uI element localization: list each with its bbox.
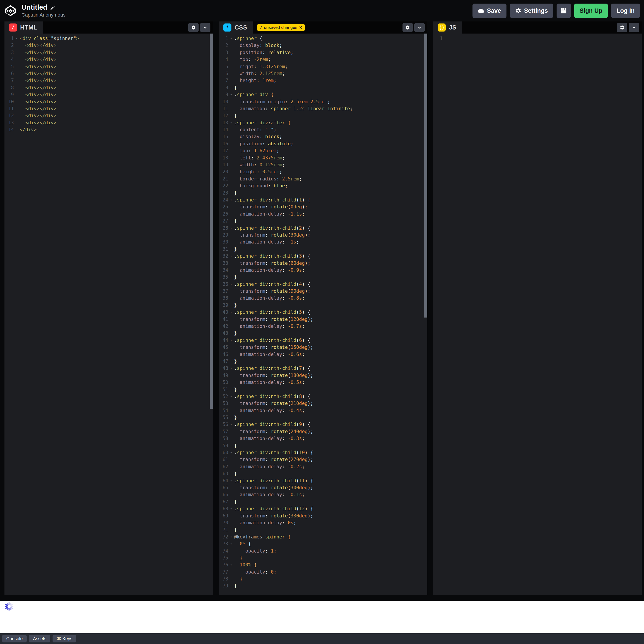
fold-arrow-icon[interactable]: ▾ (228, 309, 234, 316)
line-number: 40 (219, 309, 228, 316)
code-text: .spinner div:nth-child(4) { (234, 281, 310, 288)
fold-arrow-icon[interactable]: ▾ (228, 253, 234, 260)
code-text: } (234, 190, 237, 197)
code-text: animation-delay: -0.9s; (234, 267, 305, 274)
code-line: 11 animation: spinner 1.2s linear infini… (219, 105, 428, 112)
fold-arrow-icon[interactable]: ▾ (228, 281, 234, 288)
fold-arrow-icon[interactable]: ▾ (228, 561, 234, 568)
code-text: animation-delay: -1s; (234, 239, 299, 246)
fold-arrow-icon[interactable]: ▾ (228, 35, 234, 42)
fold-arrow-icon[interactable]: ▾ (228, 393, 234, 400)
html-editor-collapse-button[interactable] (200, 23, 210, 32)
line-number: 28 (219, 225, 228, 232)
code-text: transform: rotate(270deg); (234, 456, 313, 463)
fold-arrow-icon[interactable]: ▾ (228, 337, 234, 344)
js-editor-panel: () JS 1 (433, 21, 642, 595)
code-text: right: 1.3125rem; (234, 63, 288, 70)
assets-button[interactable]: Assets (29, 635, 50, 642)
code-line: 28▾.spinner div:nth-child(2) { (219, 225, 428, 232)
code-text: animation-delay: -0.5s; (234, 379, 305, 386)
line-number: 8 (219, 84, 228, 91)
chevron-down-icon (417, 25, 422, 30)
code-text: <div></div> (20, 119, 56, 126)
line-number: 77 (219, 569, 228, 576)
line-number: 1 (219, 35, 228, 42)
fold-arrow-icon[interactable]: ▾ (228, 449, 234, 456)
js-editor-collapse-button[interactable] (629, 23, 639, 32)
code-text: <div class="spinner"> (20, 35, 79, 42)
codepen-logo-icon[interactable] (4, 4, 17, 17)
code-line: 10 <div></div> (4, 98, 213, 105)
fold-arrow-icon[interactable]: ▾ (228, 91, 234, 98)
html-scrollbar[interactable] (210, 34, 213, 409)
code-text: top: 1.625rem; (234, 147, 279, 154)
keys-button[interactable]: ⌘ Keys (53, 635, 76, 642)
css-editor-settings-button[interactable] (403, 23, 413, 32)
tab-html[interactable]: / HTML (7, 21, 43, 34)
fold-arrow-icon[interactable]: ▾ (228, 477, 234, 484)
css-scrollbar[interactable] (424, 34, 427, 318)
fold-arrow-icon[interactable]: ▾ (228, 225, 234, 232)
css-code-area[interactable]: 1▾.spinner {2 display: block;3 position:… (219, 34, 428, 595)
code-line: 35} (219, 274, 428, 281)
css-icon: * (223, 23, 231, 32)
html-code-area[interactable]: 1▾<div class="spinner">2 <div></div>3 <d… (4, 34, 213, 595)
code-text: } (234, 302, 237, 309)
line-number: 62 (219, 463, 228, 470)
line-number: 42 (219, 323, 228, 330)
code-text: .spinner { (234, 35, 262, 42)
line-number: 9 (4, 91, 14, 98)
code-line: 62 animation-delay: -0.2s; (219, 463, 428, 470)
js-code-area[interactable]: 1 (433, 34, 642, 595)
code-line: 66 animation-delay: -0.1s; (219, 491, 428, 498)
code-line: 64▾.spinner div:nth-child(11) { (219, 477, 428, 484)
tab-js[interactable]: () JS (435, 21, 462, 34)
fold-arrow-icon[interactable]: ▾ (228, 119, 234, 126)
code-line: 36▾.spinner div:nth-child(4) { (219, 281, 428, 288)
fold-arrow-icon[interactable]: ▾ (228, 197, 234, 203)
line-number: 6 (219, 70, 228, 77)
line-number: 38 (219, 295, 228, 302)
code-text: position: relative; (234, 49, 294, 56)
log-in-button[interactable]: Log In (611, 4, 640, 18)
code-text: transform: rotate(60deg); (234, 260, 310, 267)
console-button[interactable]: Console (2, 635, 27, 642)
fold-arrow-icon[interactable]: ▾ (228, 540, 234, 547)
code-text: } (234, 470, 237, 477)
code-text: transform-origin: 2.5rem 2.5rem; (234, 98, 330, 105)
code-text: 0% { (234, 540, 251, 547)
chevron-down-icon (203, 25, 208, 30)
save-button[interactable]: Save (472, 4, 506, 18)
css-editor-collapse-button[interactable] (414, 23, 425, 32)
code-line: 68▾.spinner div:nth-child(12) { (219, 505, 428, 512)
sign-up-button[interactable]: Sign Up (574, 4, 608, 18)
code-line: 77 opacity: 0; (219, 569, 428, 576)
fold-arrow-icon[interactable]: ▾ (228, 365, 234, 372)
code-text: <div></div> (20, 63, 56, 70)
code-line: 23} (219, 190, 428, 197)
settings-button[interactable]: Settings (510, 4, 553, 18)
badge-close-icon[interactable]: ✕ (299, 25, 302, 30)
gear-icon (620, 25, 625, 30)
tab-css[interactable]: * CSS (221, 21, 253, 34)
code-line: 76▾ 100% { (219, 561, 428, 568)
edit-pencil-icon[interactable] (50, 5, 55, 10)
fold-arrow-icon[interactable]: ▾ (228, 505, 234, 512)
code-text: opacity: 0; (234, 569, 277, 576)
header: Untitled Captain Anonymous Save Settings… (0, 0, 644, 21)
footer: Console Assets ⌘ Keys (0, 633, 644, 644)
code-line: 29 transform: rotate(30deg); (219, 232, 428, 239)
unsaved-changes-badge[interactable]: 7 unsaved changes ✕ (257, 24, 305, 31)
code-line: 7 height: 1rem; (219, 77, 428, 84)
line-number: 35 (219, 274, 228, 281)
html-editor-settings-button[interactable] (188, 23, 199, 32)
fold-arrow-icon[interactable]: ▾ (14, 35, 20, 42)
code-line: 2 display: block; (219, 42, 428, 49)
change-view-button[interactable] (557, 4, 571, 18)
code-line: 6 <div></div> (4, 70, 213, 77)
fold-arrow-icon[interactable]: ▾ (228, 534, 234, 540)
brand: Untitled Captain Anonymous (4, 4, 66, 18)
code-line: 48▾.spinner div:nth-child(7) { (219, 365, 428, 372)
js-editor-settings-button[interactable] (617, 23, 627, 32)
fold-arrow-icon[interactable]: ▾ (228, 421, 234, 428)
